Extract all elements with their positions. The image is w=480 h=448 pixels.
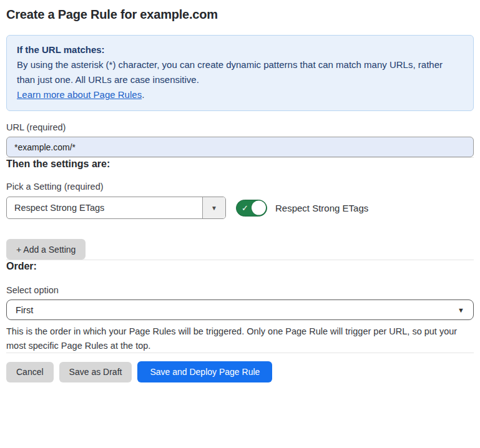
setting-select-dropdown[interactable]: Respect Strong ETags ▼ xyxy=(6,197,226,219)
create-page-rule-form: Create a Page Rule for example.com If th… xyxy=(0,0,480,382)
settings-section-heading: Then the settings are: xyxy=(6,158,474,170)
save-as-draft-button[interactable]: Save as Draft xyxy=(59,362,132,382)
info-box-heading: If the URL matches: xyxy=(17,42,463,57)
setting-select-arrow-button[interactable]: ▼ xyxy=(202,197,225,218)
respect-etags-toggle[interactable]: ✓ xyxy=(236,200,267,217)
save-and-deploy-button[interactable]: Save and Deploy Page Rule xyxy=(137,361,272,382)
toggle-label: Respect Strong ETags xyxy=(275,203,368,213)
setting-row: Respect Strong ETags ▼ ✓ Respect Strong … xyxy=(6,197,474,219)
order-select-value: First xyxy=(16,305,33,315)
order-section-heading: Order: xyxy=(6,260,474,272)
pick-setting-label: Pick a Setting (required) xyxy=(6,182,474,192)
url-label: URL (required) xyxy=(6,122,474,132)
chevron-down-icon: ▼ xyxy=(211,205,217,212)
learn-more-link[interactable]: Learn more about Page Rules xyxy=(17,89,142,100)
url-input[interactable] xyxy=(6,137,474,157)
check-icon: ✓ xyxy=(242,204,248,212)
info-box-body: By using the asterisk (*) character, you… xyxy=(17,57,458,87)
info-box-link-line: Learn more about Page Rules. xyxy=(17,87,463,102)
toggle-knob xyxy=(252,201,266,215)
setting-select-value: Respect Strong ETags xyxy=(7,197,202,218)
chevron-down-icon: ▼ xyxy=(458,306,464,314)
page-title: Create a Page Rule for example.com xyxy=(6,7,474,22)
add-setting-button[interactable]: + Add a Setting xyxy=(6,239,86,260)
order-select-dropdown[interactable]: First ▼ xyxy=(6,299,474,320)
link-suffix-period: . xyxy=(142,89,144,100)
order-select-label: Select option xyxy=(6,285,474,295)
url-match-info-box: If the URL matches: By using the asteris… xyxy=(6,35,474,111)
cancel-button[interactable]: Cancel xyxy=(6,362,54,382)
section-divider xyxy=(6,353,474,353)
order-help-text: This is the order in which your Page Rul… xyxy=(6,324,474,353)
action-buttons-row: Cancel Save as Draft Save and Deploy Pag… xyxy=(6,361,474,382)
